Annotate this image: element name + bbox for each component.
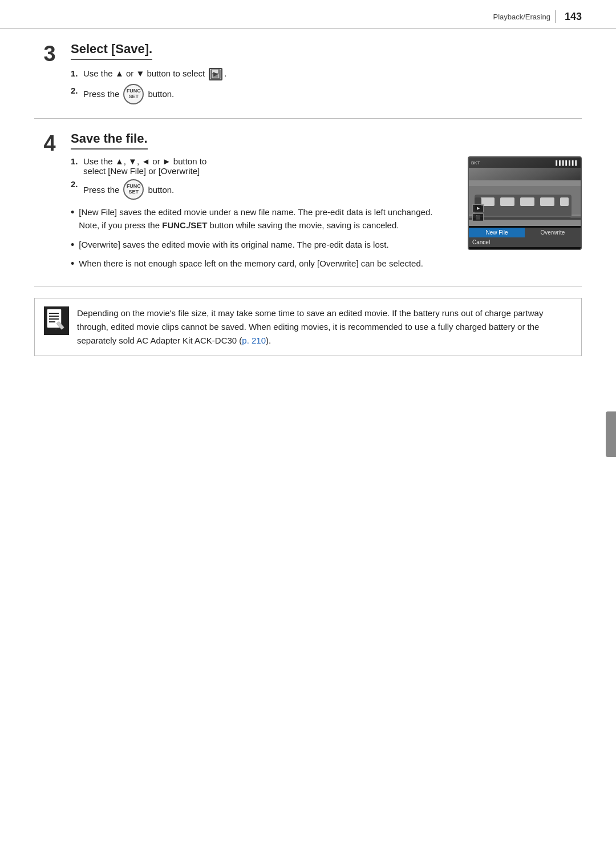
step-4-line2-num: 2. — [71, 179, 81, 189]
photo-indicators: ▶ ⬛ — [472, 204, 484, 221]
func-set-button-step3: FUNCSET — [123, 84, 144, 104]
step-3-line2: 2. Press the FUNCSET button. — [71, 84, 582, 104]
step-3-title: Select [Save]. — [71, 42, 152, 60]
bullet-dot-2: • — [71, 240, 74, 250]
bullet-item-2: • [Overwrite] saves the edited movie wit… — [71, 238, 456, 251]
menu-new-file: New File — [469, 228, 525, 237]
svg-rect-11 — [560, 197, 569, 206]
note-block: Depending on the movie's file size, it m… — [34, 298, 582, 356]
step-3-line2-text: Press the FUNCSET button. — [83, 84, 174, 104]
menu-overwrite: Overwrite — [525, 228, 581, 237]
step-4-content-row: 1. Use the ▲, ▼, ◄ or ► button to select… — [71, 156, 582, 276]
menu-cancel: Cancel — [469, 237, 581, 247]
step-4-line1-text: Use the ▲, ▼, ◄ or ► button to select [N… — [83, 156, 206, 176]
step-4-number: 4 — [43, 132, 55, 154]
page-header: Playback/Erasing 143 — [0, 0, 616, 29]
step-4-block: 4 Save the file. 1. Use the ▲, ▼, ◄ or ►… — [34, 119, 582, 286]
note-icon — [44, 306, 69, 335]
step-3-number-col: 3 — [34, 42, 65, 108]
step-4-text: 1. Use the ▲, ▼, ◄ or ► button to select… — [71, 156, 456, 276]
train-svg — [469, 180, 581, 226]
step-3-line1-num: 1. — [71, 67, 81, 80]
bullet-text-2: [Overwrite] saves the edited movie with … — [79, 238, 388, 251]
photo-top-left: BKT — [471, 160, 480, 165]
svg-rect-14 — [469, 216, 581, 217]
step-3-content: Select [Save]. 1. Use the ▲ or ▼ button … — [65, 42, 582, 108]
indicator-bottom-text: ⬛ — [476, 215, 481, 220]
svg-rect-8 — [500, 197, 514, 206]
photo-top-right: ▌▌▌▌▌▌▌ — [556, 160, 578, 165]
svg-rect-13 — [469, 217, 581, 220]
indicator-top-text: ▶ — [477, 206, 480, 211]
svg-rect-2 — [212, 74, 219, 78]
svg-marker-21 — [55, 328, 57, 330]
camera-photo: BKT ▌▌▌▌▌▌▌ — [469, 158, 581, 226]
note-link[interactable]: p. 210 — [242, 336, 266, 345]
step-4-content: Save the file. 1. Use the ▲, ▼, ◄ or ► b… — [65, 131, 582, 276]
svg-rect-9 — [520, 197, 534, 206]
camera-lcd: BKT ▌▌▌▌▌▌▌ — [468, 156, 582, 250]
indicator-top: ▶ — [472, 204, 484, 212]
bullet-item-1: • [New File] saves the edited movie unde… — [71, 205, 456, 232]
bullet-list: • [New File] saves the edited movie unde… — [71, 205, 456, 270]
step-3-line1: 1. Use the ▲ or ▼ button to select . — [71, 67, 582, 80]
func-set-button-step4: FUNCSET — [123, 179, 144, 200]
bullet-dot-1: • — [71, 207, 74, 217]
step-4-image: BKT ▌▌▌▌▌▌▌ — [468, 156, 582, 250]
step-3-body: 1. Use the ▲ or ▼ button to select . — [71, 67, 582, 104]
svg-rect-3 — [213, 75, 218, 78]
step-4-line1: 1. Use the ▲, ▼, ◄ or ► button to select… — [71, 156, 456, 176]
step-4-line2: 2. Press the FUNCSET button. — [71, 179, 456, 200]
camera-menu-row1: New File Overwrite — [469, 228, 581, 237]
page-number: 143 — [565, 11, 582, 23]
content-area: 3 Select [Save]. 1. Use the ▲ or ▼ butto… — [0, 29, 616, 379]
indicator-bottom: ⬛ — [472, 213, 484, 221]
save-icon — [209, 68, 222, 80]
svg-rect-10 — [540, 197, 554, 206]
svg-rect-1 — [212, 70, 218, 73]
camera-menu: New File Overwrite Cancel — [469, 226, 581, 249]
step-4-title: Save the file. — [71, 131, 148, 150]
step-3-line2-num: 2. — [71, 84, 81, 98]
note-icon-svg — [46, 309, 67, 333]
header-divider — [555, 10, 556, 23]
bullet-text-1: [New File] saves the edited movie under … — [79, 205, 432, 232]
step-4-line1-num: 1. — [71, 156, 81, 166]
bullet-item-3: • When there is not enough space left on… — [71, 257, 456, 270]
section-label: Playback/Erasing — [493, 13, 550, 21]
step-3-number: 3 — [43, 43, 55, 64]
step-3-block: 3 Select [Save]. 1. Use the ▲ or ▼ butto… — [34, 29, 582, 119]
note-text: Depending on the movie's file size, it m… — [77, 306, 572, 348]
right-page-tab — [606, 411, 616, 457]
step-3-line1-text: Use the ▲ or ▼ button to select . — [83, 67, 227, 80]
step-4-line2-text: Press the FUNCSET button. — [83, 179, 174, 200]
bullet-text-3: When there is not enough space left on t… — [79, 257, 423, 270]
bullet-dot-3: • — [71, 259, 74, 269]
photo-top-bar: BKT ▌▌▌▌▌▌▌ — [469, 158, 581, 168]
step-4-number-col: 4 — [34, 131, 65, 276]
save-symbol-svg — [210, 69, 221, 79]
camera-menu-row2: Cancel — [469, 237, 581, 247]
